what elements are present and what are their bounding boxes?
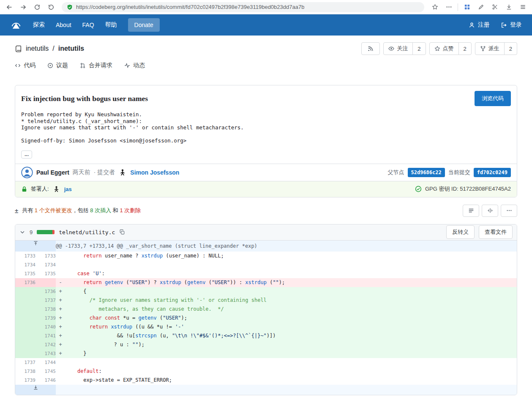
diff-line: 1739+ char const *u = getenv ("USER"); <box>15 314 517 323</box>
new-line-number[interactable]: 1738 <box>35 305 56 314</box>
nav-help[interactable]: 帮助 <box>105 21 117 29</box>
forward-button[interactable] <box>18 2 28 12</box>
expand-up-button[interactable] <box>15 241 56 252</box>
fork-count[interactable]: 2 <box>504 43 517 55</box>
browser-menu-icon[interactable] <box>518 2 528 12</box>
extension-pen-icon[interactable] <box>476 2 486 12</box>
nav-explore[interactable]: 探索 <box>33 21 45 29</box>
new-line-number[interactable]: 1745 <box>35 367 56 376</box>
bookmark-star-icon[interactable] <box>430 2 440 12</box>
repo-owner-link[interactable]: inetutils <box>26 45 49 52</box>
code-line <box>65 358 517 367</box>
tab-issues[interactable]: 议题 <box>47 62 68 75</box>
old-line-number[interactable]: 1735 <box>15 269 35 278</box>
parent-sha-badge[interactable]: 52d9686c22 <box>408 168 445 177</box>
nav-faq[interactable]: FAQ <box>82 22 94 28</box>
signer-avatar[interactable] <box>52 185 61 193</box>
old-line-number[interactable] <box>15 340 35 349</box>
old-line-number[interactable] <box>15 314 35 323</box>
rss-icon <box>368 46 374 52</box>
history-button[interactable] <box>46 2 56 12</box>
back-button[interactable] <box>4 2 14 12</box>
overflow-dots-icon[interactable] <box>444 2 454 12</box>
old-line-number[interactable]: 1737 <box>15 358 35 367</box>
new-line-number[interactable]: 1742 <box>35 340 56 349</box>
lock-icon <box>21 186 27 192</box>
star-count[interactable]: 2 <box>458 43 471 55</box>
codeberg-logo[interactable] <box>10 19 22 31</box>
new-line-number[interactable]: 1736 <box>35 287 56 296</box>
diffstat-deleted-bar <box>52 230 55 234</box>
old-line-number[interactable] <box>15 323 35 331</box>
toolbar-separator <box>458 3 458 11</box>
expand-down-button[interactable] <box>15 385 56 395</box>
old-line-number[interactable]: 1736 <box>15 278 35 287</box>
file-list-toggle-button[interactable] <box>463 205 479 217</box>
new-line-number[interactable]: 1737 <box>35 296 56 305</box>
committer-name[interactable]: Simon Josefsson <box>130 169 179 176</box>
expand-commit-message-button[interactable]: ... <box>21 151 32 159</box>
author-avatar[interactable] <box>21 167 33 178</box>
view-file-button[interactable]: 查看文件 <box>479 225 513 239</box>
unescape-button[interactable]: 反转义 <box>446 225 475 239</box>
rss-button[interactable] <box>361 42 380 55</box>
register-link[interactable]: 注册 <box>469 21 490 29</box>
new-line-number[interactable]: 1744 <box>35 358 56 367</box>
new-line-number[interactable]: 1734 <box>35 260 56 269</box>
tab-code[interactable]: 代码 <box>15 62 35 75</box>
old-line-number[interactable]: 1738 <box>15 367 35 376</box>
insertions-count: 8 次插入 <box>90 207 111 213</box>
diff-table: @@ -1733,7 +1733,14 @@ _var_short_name (… <box>15 241 517 395</box>
extension-grid-icon[interactable] <box>462 2 472 12</box>
browse-code-button[interactable]: 浏览代码 <box>475 91 511 106</box>
old-line-number[interactable]: 1733 <box>15 252 35 260</box>
address-bar[interactable]: https://codeberg.org/inetutils/inetutils… <box>62 2 424 12</box>
old-line-number[interactable] <box>15 287 35 296</box>
watch-count[interactable]: 2 <box>412 43 425 55</box>
tab-pull-requests[interactable]: 合并请求 <box>80 62 112 75</box>
current-sha-badge[interactable]: fd702c0249 <box>474 168 511 177</box>
new-line-number[interactable]: 1743 <box>35 349 56 358</box>
login-label: 登录 <box>510 21 522 29</box>
nav-about[interactable]: About <box>56 22 71 28</box>
refresh-button[interactable] <box>32 2 42 12</box>
code-line: /* Ignore user names starting with '-' o… <box>65 296 517 305</box>
watch-button[interactable]: 关注 2 <box>383 42 426 55</box>
old-line-number[interactable] <box>15 349 35 358</box>
new-line-number[interactable]: 1740 <box>35 323 56 331</box>
author-name[interactable]: Paul Eggert <box>36 169 69 176</box>
tab-activity[interactable]: 动态 <box>124 62 145 75</box>
login-link[interactable]: 登录 <box>501 21 522 29</box>
extension-scissors-icon[interactable] <box>490 2 500 12</box>
old-line-number[interactable]: 1734 <box>15 260 35 269</box>
old-line-number[interactable] <box>15 296 35 305</box>
collapse-chevron-icon[interactable] <box>19 229 25 235</box>
new-line-number[interactable]: 1739 <box>35 314 56 323</box>
new-line-number[interactable]: 1741 <box>35 331 56 340</box>
new-line-number[interactable]: 1735 <box>35 269 56 278</box>
site-navbar: 探索 About FAQ 帮助 Donate 注册 登录 <box>0 14 532 36</box>
repo-name-link[interactable]: inetutils <box>58 45 84 52</box>
old-line-number[interactable] <box>15 305 35 314</box>
new-line-number[interactable]: 1733 <box>35 252 56 260</box>
old-line-number[interactable]: 1739 <box>15 376 35 385</box>
committer-avatar[interactable] <box>118 168 127 177</box>
old-line-number[interactable] <box>15 331 35 340</box>
signer-link[interactable]: jas <box>64 186 72 192</box>
diff-summary: ± 共有 1 个文件被更改，包括 8 次插入 和 1 次删除 <box>15 205 517 217</box>
star-button[interactable]: 点赞 2 <box>429 42 472 55</box>
committer-label: · 提交者 <box>94 169 115 176</box>
new-line-number[interactable] <box>35 278 56 287</box>
diff-more-options-button[interactable] <box>501 205 517 217</box>
new-line-number[interactable]: 1746 <box>35 376 56 385</box>
copy-path-icon[interactable] <box>119 229 125 235</box>
register-label: 注册 <box>478 21 490 29</box>
split-view-toggle-button[interactable] <box>482 205 498 217</box>
diff-line: 1736+ { <box>15 287 517 296</box>
line-sign: + <box>56 314 65 323</box>
donate-button[interactable]: Donate <box>128 18 160 32</box>
fork-button[interactable]: 派生 2 <box>475 42 517 55</box>
hunk-row: @@ -1733,7 +1733,14 @@ _var_short_name (… <box>15 241 517 252</box>
code-line: return xstrdup ((u && *u != '-' <box>65 323 517 331</box>
download-icon[interactable] <box>504 2 514 12</box>
